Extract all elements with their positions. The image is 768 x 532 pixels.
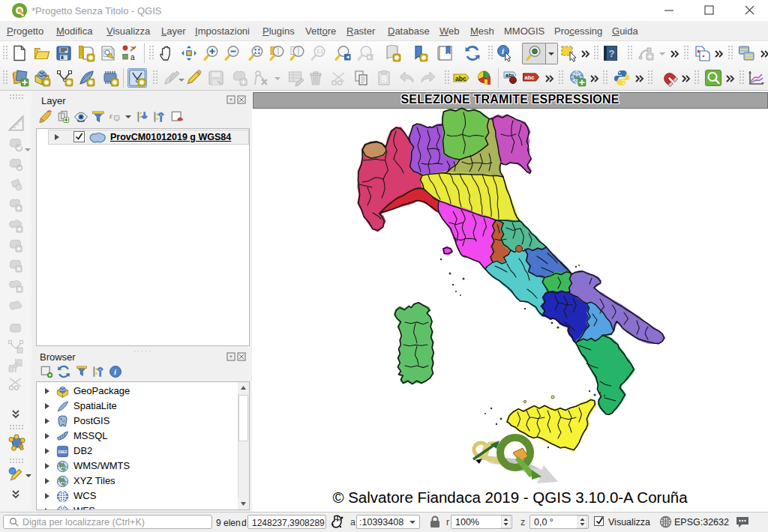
svg-text:?: ? bbox=[609, 48, 615, 59]
svg-text:DB2: DB2 bbox=[58, 450, 68, 454]
svg-text:ε: ε bbox=[110, 111, 113, 120]
svg-text:a: a bbox=[130, 53, 135, 61]
svg-text:1:1: 1:1 bbox=[316, 49, 323, 54]
svg-text:abc: abc bbox=[455, 75, 466, 82]
svg-text:i: i bbox=[114, 367, 116, 376]
svg-text:abc: abc bbox=[525, 74, 535, 81]
